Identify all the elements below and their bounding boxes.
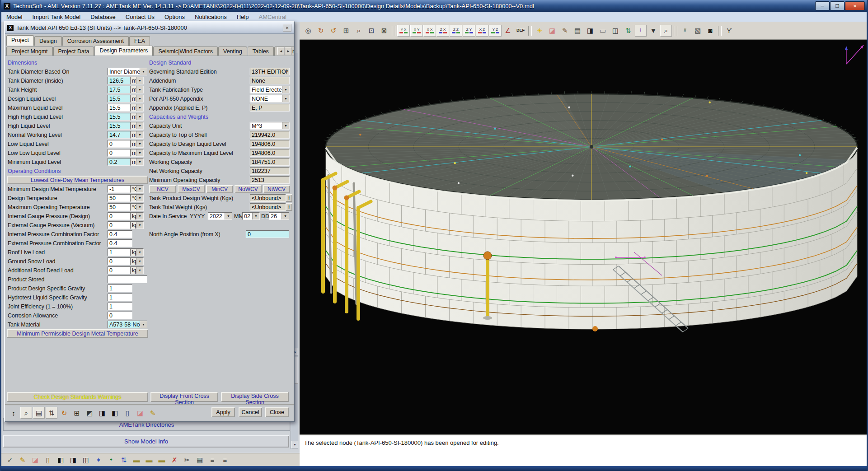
dropdown-arrow-icon[interactable] xyxy=(252,213,259,219)
minimize-button[interactable] xyxy=(815,1,830,10)
list-icon[interactable]: ≡ xyxy=(206,454,218,466)
date-day-select[interactable]: 26 xyxy=(269,212,289,220)
close-button[interactable] xyxy=(845,1,865,10)
tank-product-design-weight-kgs-unbound-button[interactable]: ! xyxy=(286,194,292,202)
measure-icon[interactable]: // xyxy=(679,25,691,37)
mincv-button[interactable]: MinCV xyxy=(206,185,233,193)
dropdown-arrow-icon[interactable] xyxy=(282,95,289,102)
display-front-cross-section-button[interactable]: Display Front Cross Section xyxy=(150,392,218,402)
view-zx-icon[interactable]: Z X xyxy=(436,25,449,37)
dropdown-arrow-icon[interactable] xyxy=(140,321,147,328)
mesh-grid-icon[interactable]: ▦ xyxy=(194,454,206,466)
product-design-specific-gravity-field[interactable] xyxy=(108,284,132,292)
roof-live-load-unit-select[interactable]: kpa xyxy=(130,248,144,256)
ground-snow-load-unit-select[interactable]: kpa xyxy=(130,257,144,265)
pane-right-dark-icon[interactable]: ◨ xyxy=(67,454,79,466)
eraser-icon[interactable]: ◪ xyxy=(134,407,146,419)
compass-icon[interactable]: ✦ xyxy=(93,454,104,466)
sort-vertical-icon[interactable]: ⇅ xyxy=(118,454,130,466)
paint-icon[interactable]: ✎ xyxy=(559,25,571,37)
tab-scroll-left-icon[interactable] xyxy=(277,47,285,55)
net-working-capacity-field[interactable] xyxy=(250,167,290,175)
ground-snow-load-field[interactable] xyxy=(108,257,132,265)
working-capacity-field[interactable] xyxy=(250,158,290,166)
invert-shade-icon[interactable]: ◨ xyxy=(584,25,596,37)
weld-seam2-icon[interactable]: ▬ xyxy=(143,454,155,466)
menu-contact-us[interactable]: Contact Us xyxy=(121,13,160,21)
menu-options[interactable]: Options xyxy=(160,13,190,21)
dropdown-arrow-icon[interactable] xyxy=(282,213,289,219)
subtab-project-data[interactable]: Project Data xyxy=(53,47,94,56)
minimum-operating-capacity-field[interactable] xyxy=(250,176,290,184)
additional-roof-dead-load-field[interactable] xyxy=(108,266,132,274)
menu-model[interactable]: Model xyxy=(1,13,27,21)
governing-standard-edition-field[interactable] xyxy=(250,68,290,75)
pane-single-icon[interactable]: ▯ xyxy=(122,407,133,419)
subtab-venting[interactable]: Venting xyxy=(218,47,247,56)
mouse-orbit-icon[interactable]: ◎ xyxy=(302,25,314,37)
view-zz-icon[interactable]: Z Z xyxy=(450,25,462,37)
pane-right-dark-icon[interactable]: ◨ xyxy=(96,407,108,419)
capacity-to-top-of-shell-field[interactable] xyxy=(250,131,290,139)
roof-live-load-field[interactable] xyxy=(108,248,132,256)
hydrotest-liquid-specific-gravity-field[interactable] xyxy=(108,294,132,301)
swap-refresh-icon[interactable]: ⇅ xyxy=(622,25,634,37)
joint-efficiency-1-100-field[interactable] xyxy=(108,303,132,310)
tab-design[interactable]: Design xyxy=(34,36,62,46)
tank-product-design-weight-kgs-field[interactable] xyxy=(250,194,290,202)
3d-viewport[interactable] xyxy=(300,40,868,434)
maximize-button[interactable] xyxy=(830,1,845,10)
apply-button[interactable]: Apply xyxy=(211,407,235,417)
zoom-in-icon[interactable]: ⌕ xyxy=(353,25,365,37)
date-month-select[interactable]: 02 xyxy=(242,212,260,220)
subtab-tables[interactable]: Tables xyxy=(248,47,274,56)
grid-icon[interactable]: ⊞ xyxy=(71,407,83,419)
edit-pencil-icon[interactable]: ✎ xyxy=(147,407,159,419)
view-xx-icon[interactable]: X X xyxy=(423,25,436,37)
app-titlebar[interactable]: X TechnoSoft - AML Version 7.11.27 : AME… xyxy=(1,0,867,12)
refresh-icon[interactable]: ↻ xyxy=(58,407,70,419)
product-stored-field[interactable] xyxy=(108,275,147,283)
external-pressure-combination-factor-field[interactable] xyxy=(108,239,132,247)
dialog-close-icon[interactable] xyxy=(283,24,291,32)
ntwcv-button[interactable]: NtWCV xyxy=(263,185,290,193)
show-model-info-button[interactable]: Show Model Info xyxy=(3,435,289,448)
dropdown-arrow-icon[interactable] xyxy=(136,258,143,265)
list2-icon[interactable]: ≡ xyxy=(219,454,231,466)
print-preview-icon[interactable]: ⌕ xyxy=(660,25,672,37)
walkthrough-icon[interactable]: ϒ xyxy=(723,25,735,37)
weld-seam3-icon[interactable]: ▬ xyxy=(156,454,168,466)
minimum-permissible-design-metal-temperature-button[interactable]: Minimum Permissible Design Metal Tempera… xyxy=(7,329,148,338)
tab-scroll-right-icon[interactable] xyxy=(285,47,292,55)
maxcv-button[interactable]: MaxCV xyxy=(178,185,205,193)
nowcv-button[interactable]: NoWCV xyxy=(235,185,262,193)
corrosion-allowance-field[interactable] xyxy=(108,312,132,319)
fit-view-icon[interactable]: ⊠ xyxy=(378,25,390,37)
search-icon[interactable]: ⌕ xyxy=(20,407,32,419)
menu-help[interactable]: Help xyxy=(232,13,254,21)
dropdown-arrow-icon[interactable] xyxy=(136,249,143,256)
ncv-button[interactable]: NCV xyxy=(149,185,176,193)
pane-single-icon[interactable]: ▯ xyxy=(42,454,54,466)
north-angle-position-from-x-field[interactable] xyxy=(246,230,289,238)
weld-seam-icon[interactable]: ▬ xyxy=(131,454,142,466)
brightness-icon[interactable]: ☀ xyxy=(534,25,545,37)
edit-pencil-icon[interactable]: ✎ xyxy=(17,454,28,466)
tank-fabrication-type-select[interactable]: Field Erected xyxy=(250,86,290,93)
break-link-icon[interactable]: ✗ xyxy=(169,454,180,466)
dropdown-arrow-icon[interactable] xyxy=(136,267,143,274)
render-camera-icon[interactable]: ◙ xyxy=(704,25,716,37)
capacity-to-design-liquid-level-field[interactable] xyxy=(250,140,290,148)
menu-amcentral[interactable]: AMCentral xyxy=(253,13,291,21)
capacity-unit-select[interactable]: M^3 xyxy=(250,122,290,130)
addendum-field[interactable] xyxy=(250,77,290,84)
tab-fea[interactable]: FEA xyxy=(129,36,150,46)
close-dialog-button[interactable]: Close xyxy=(265,407,289,417)
info-icon[interactable]: i xyxy=(635,25,647,37)
resize-vertical-icon[interactable]: ↕ xyxy=(8,407,19,419)
view-xy-icon[interactable]: X Y xyxy=(410,25,423,37)
dialog-titlebar[interactable]: X Tank Model API 650 Ed-13 (SI Units) --… xyxy=(5,22,294,34)
dropdown-arrow-icon[interactable] xyxy=(282,86,289,93)
eraser-icon[interactable]: ◪ xyxy=(29,454,41,466)
layers-icon[interactable]: ◫ xyxy=(610,25,621,37)
